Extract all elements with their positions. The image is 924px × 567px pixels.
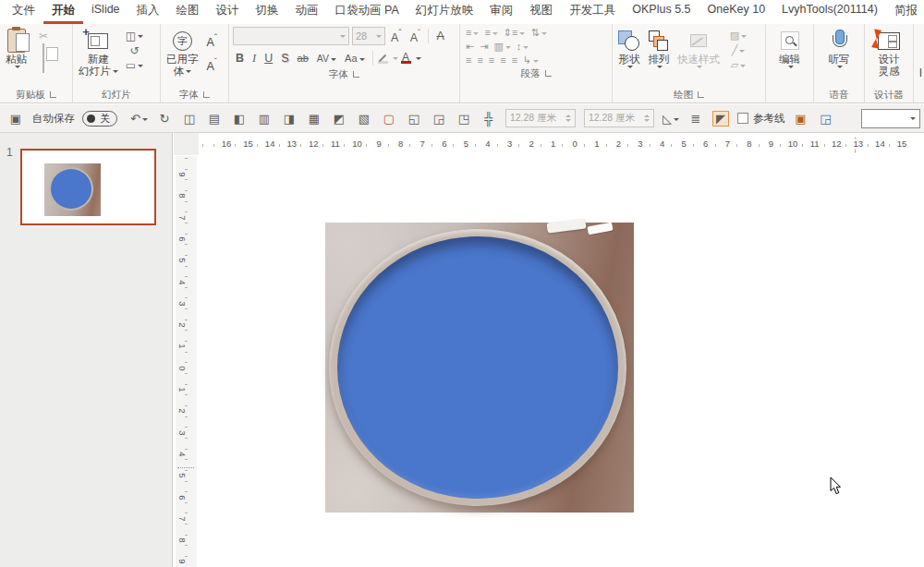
animation-painter-icon[interactable]: ≣ — [687, 112, 704, 126]
align-right-icon[interactable]: ◩ — [331, 112, 347, 126]
menu-tab-17[interactable]: 简报 — [886, 0, 924, 24]
menu-tab-7[interactable]: 切换 — [248, 0, 287, 24]
distribute-button[interactable]: ≡ — [512, 54, 517, 66]
layout-button[interactable]: ◫ — [126, 30, 144, 42]
shapes-button[interactable]: 形状 — [614, 27, 644, 69]
paragraph-dialog-launcher[interactable] — [545, 70, 552, 77]
decrease-font-button[interactable]: A — [407, 26, 424, 46]
shrink-font-button[interactable]: A — [204, 54, 221, 75]
quick-styles-button[interactable]: 快速样式 — [674, 27, 723, 69]
font-name-combo[interactable] — [233, 27, 349, 45]
menu-tab-2[interactable]: 开始 — [43, 0, 83, 24]
font-dialog-launcher[interactable] — [353, 71, 359, 78]
menu-tab-8[interactable]: 动画 — [287, 0, 327, 24]
guides-checkbox[interactable] — [737, 113, 748, 124]
used-fonts-button[interactable]: 字 已用字 体 — [163, 27, 202, 78]
smartart-convert-button[interactable]: ↳ — [523, 54, 539, 66]
decrease-indent-button[interactable]: ⇤ — [466, 41, 474, 52]
menu-tab-12[interactable]: 视图 — [521, 0, 561, 24]
fill-frame-icon[interactable]: ▣ — [792, 112, 808, 126]
menu-tab-14[interactable]: OKPlus 5.5 — [624, 0, 699, 24]
clear-formatting-button[interactable]: A — [433, 28, 446, 44]
shape-fill-button[interactable]: ▨ — [729, 30, 748, 41]
align-middle-icon[interactable]: ▤ — [206, 112, 223, 126]
send-backward-icon[interactable]: ◲ — [431, 112, 447, 126]
photo-object[interactable] — [325, 223, 634, 513]
font-color-button[interactable]: A — [401, 53, 411, 64]
align-center-button[interactable]: ≡ — [477, 54, 482, 66]
editing-button[interactable]: 编辑 — [775, 27, 804, 69]
undo-icon[interactable]: ↶ — [130, 112, 148, 126]
cut-icon[interactable]: ✂ — [34, 30, 53, 42]
menu-tab-16[interactable]: LvyhTools(201114) — [773, 0, 886, 24]
justify-button[interactable]: ≡ — [500, 54, 505, 66]
drawing-dialog-launcher[interactable] — [698, 91, 704, 98]
clipboard-dialog-launcher[interactable] — [50, 91, 56, 98]
menu-tab-3[interactable]: iSlide — [83, 0, 128, 24]
menu-tab-10[interactable]: 幻灯片放映 — [407, 0, 482, 24]
increase-font-button[interactable]: A — [388, 26, 405, 46]
redo-icon[interactable]: ↻ — [156, 112, 173, 126]
bring-forward-icon[interactable]: ◱ — [406, 112, 422, 126]
spinner-arrows[interactable] — [565, 115, 571, 122]
align-text-button[interactable]: ↕ — [517, 41, 529, 52]
bullets-button[interactable]: ≡ — [466, 27, 479, 38]
menu-tab-6[interactable]: 设计 — [208, 0, 248, 24]
distribute-horizontal-icon[interactable]: ◧ — [231, 112, 248, 126]
line-spacing-button[interactable]: ⇕≡ — [504, 27, 526, 38]
distribute-vertical-icon[interactable]: ▥ — [256, 112, 273, 126]
spinner-arrows[interactable] — [644, 115, 650, 122]
shape-outline-button[interactable]: ╱ — [729, 44, 748, 55]
selection-pane-icon[interactable]: ◤ — [712, 111, 729, 127]
autosave-toggle[interactable]: 关 — [82, 111, 117, 127]
change-case-button[interactable]: Aa — [342, 50, 367, 66]
align-center-horizontal-icon[interactable]: ◫ — [181, 112, 198, 126]
menu-tab-5[interactable]: 绘图 — [168, 0, 208, 24]
menu-tab-4[interactable]: 插入 — [128, 0, 168, 24]
menu-tab-9[interactable]: 口袋动画 PA — [327, 0, 407, 24]
arrange-button[interactable]: 排列 — [644, 27, 674, 69]
menu-tab-13[interactable]: 开发工具 — [561, 0, 624, 24]
dictate-button[interactable]: 听写 — [825, 27, 854, 69]
text-shadow-button[interactable]: S — [278, 50, 291, 66]
highlight-color-button[interactable] — [378, 54, 388, 64]
menu-tab-11[interactable]: 审阅 — [481, 0, 521, 24]
design-ideas-button[interactable]: 设计 灵感 — [874, 27, 904, 78]
section-button[interactable]: ▭ — [126, 60, 144, 71]
columns-button[interactable]: ▥ — [493, 41, 510, 52]
italic-button[interactable]: I — [249, 50, 259, 66]
numbering-button[interactable]: ≡ — [484, 27, 497, 38]
underline-button[interactable]: U — [261, 50, 275, 66]
strikethrough-button[interactable]: ab — [295, 50, 311, 66]
qat-combo[interactable] — [861, 109, 920, 128]
reset-button[interactable]: ↺ — [126, 45, 144, 56]
shape-outline-icon[interactable]: ◺ — [663, 112, 679, 126]
grow-font-button[interactable]: A — [204, 30, 221, 51]
align-left-button[interactable]: ≡ — [466, 54, 471, 66]
menu-tab-15[interactable]: OneKey 10 — [699, 0, 774, 24]
paste-button[interactable]: 粘贴 — [2, 27, 30, 69]
increase-indent-button[interactable]: ⇥ — [480, 41, 488, 52]
slide-canvas[interactable] — [198, 155, 924, 567]
reuse-slides-icon[interactable]: ◲ — [817, 112, 833, 126]
group-icon[interactable]: ◳ — [456, 112, 472, 126]
character-spacing-button[interactable]: AV — [314, 50, 339, 66]
align-left-icon[interactable]: ◨ — [281, 112, 298, 126]
copy-icon[interactable] — [34, 45, 53, 56]
bold-button[interactable]: B — [233, 50, 247, 66]
text-direction-button[interactable]: ⇅ — [530, 27, 546, 38]
shape-width-field[interactable]: 12.28 厘米 — [505, 109, 576, 127]
shape-frame-icon[interactable]: ▢ — [381, 112, 397, 126]
shape-height-field[interactable]: 12.28 厘米 — [584, 109, 654, 127]
crop-icon[interactable]: ╬ — [480, 112, 497, 126]
shape-effects-button[interactable]: ▱ — [729, 59, 748, 70]
align-top-icon[interactable]: ▦ — [306, 112, 322, 126]
format-painter-icon[interactable] — [34, 60, 53, 71]
slide-thumbnail-1[interactable] — [20, 149, 156, 225]
font-addin-dialog-launcher[interactable] — [203, 91, 210, 98]
new-slide-button[interactable]: 新建 幻灯片 — [75, 27, 122, 78]
align-bottom-icon[interactable]: ▧ — [356, 112, 372, 126]
save-icon[interactable]: ▣ — [7, 112, 24, 126]
menu-tab-1[interactable]: 文件 — [4, 0, 43, 24]
align-right-button[interactable]: ≡ — [489, 54, 494, 66]
